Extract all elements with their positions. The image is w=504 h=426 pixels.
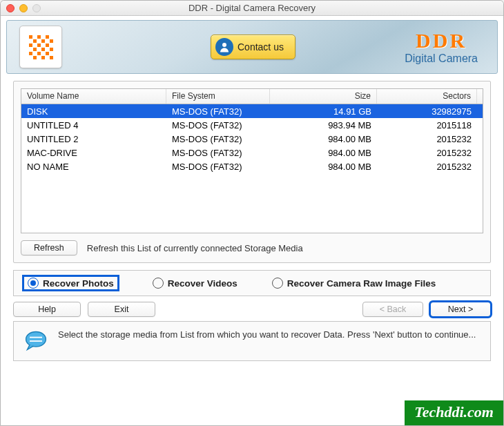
table-row[interactable]: NO NAMEMS-DOS (FAT32)984.00 MB2015232 xyxy=(21,159,483,173)
cell-sectors: 2015232 xyxy=(377,134,477,144)
table-row[interactable]: UNTITLED 2MS-DOS (FAT32)984.00 MB2015232 xyxy=(21,132,483,146)
nav-buttons: Help Exit < Back Next > xyxy=(13,302,491,317)
contact-us-label: Contact us xyxy=(238,41,284,52)
col-volume-name[interactable]: Volume Name xyxy=(21,89,166,104)
cell-fs: MS-DOS (FAT32) xyxy=(166,106,270,117)
zoom-icon xyxy=(32,4,41,12)
watermark: Techddi.com xyxy=(403,398,503,425)
cell-size: 984.00 MB xyxy=(270,162,377,172)
window-controls xyxy=(6,4,41,12)
col-file-system[interactable]: File System xyxy=(166,89,270,104)
cell-fs: MS-DOS (FAT32) xyxy=(166,148,270,158)
info-panel: Select the storage media from List from … xyxy=(13,321,491,361)
cell-sectors: 2015118 xyxy=(377,120,477,130)
cell-name: UNTITLED 4 xyxy=(21,120,166,130)
radio-recover-videos[interactable]: Recover Videos xyxy=(153,276,238,290)
radio-recover-photos[interactable]: Recover Photos xyxy=(23,276,118,290)
brand-block: DDR Digital Camera xyxy=(405,29,478,65)
radio-label: Recover Videos xyxy=(168,278,238,289)
cell-name: MAC-DRIVE xyxy=(21,148,166,158)
cell-size: 14.91 GB xyxy=(270,106,377,117)
table-header: Volume Name File System Size Sectors xyxy=(21,89,483,104)
cell-sectors: 2015232 xyxy=(377,148,477,158)
radio-label: Recover Photos xyxy=(43,278,114,289)
cell-sectors: 32982975 xyxy=(377,106,477,117)
chat-bubble-icon xyxy=(23,329,48,354)
cell-name: UNTITLED 2 xyxy=(21,134,166,144)
svg-point-0 xyxy=(222,43,226,47)
person-icon xyxy=(215,38,233,56)
window-title: DDR - Digital Camera Recovery xyxy=(1,3,503,13)
next-button[interactable]: Next > xyxy=(430,302,491,317)
cell-name: NO NAME xyxy=(21,162,166,172)
cell-size: 984.00 MB xyxy=(270,134,377,144)
exit-button[interactable]: Exit xyxy=(88,302,155,317)
cell-size: 983.94 MB xyxy=(270,120,377,130)
col-sectors[interactable]: Sectors xyxy=(377,89,477,104)
brand-title: DDR xyxy=(405,29,478,52)
volumes-panel: Volume Name File System Size Sectors DIS… xyxy=(13,81,491,263)
refresh-text: Refresh this List of currently connected… xyxy=(87,243,303,253)
cell-fs: MS-DOS (FAT32) xyxy=(166,134,270,144)
radio-label: Recover Camera Raw Image Files xyxy=(287,278,436,289)
volumes-table[interactable]: Volume Name File System Size Sectors DIS… xyxy=(21,88,483,233)
back-button: < Back xyxy=(362,302,423,317)
close-icon[interactable] xyxy=(6,4,14,12)
refresh-bar: Refresh Refresh this List of currently c… xyxy=(21,240,483,255)
table-row[interactable]: MAC-DRIVEMS-DOS (FAT32)984.00 MB2015232 xyxy=(21,146,483,159)
radio-icon xyxy=(28,278,39,289)
minimize-icon[interactable] xyxy=(19,4,28,12)
svg-point-1 xyxy=(26,332,46,347)
app-logo xyxy=(19,26,62,68)
radio-recover-raw[interactable]: Recover Camera Raw Image Files xyxy=(272,276,436,290)
help-button[interactable]: Help xyxy=(13,302,81,317)
col-size[interactable]: Size xyxy=(270,89,377,104)
table-row[interactable]: UNTITLED 4MS-DOS (FAT32)983.94 MB2015118 xyxy=(21,118,483,132)
recovery-options: Recover Photos Recover Videos Recover Ca… xyxy=(13,270,491,296)
titlebar: DDR - Digital Camera Recovery xyxy=(1,1,503,16)
cell-size: 984.00 MB xyxy=(270,148,377,158)
header-banner: Contact us DDR Digital Camera xyxy=(6,20,498,74)
brand-subtitle: Digital Camera xyxy=(405,52,478,65)
info-text: Select the storage media from List from … xyxy=(58,329,476,341)
cell-fs: MS-DOS (FAT32) xyxy=(166,120,270,130)
app-window: DDR - Digital Camera Recovery Contact us… xyxy=(0,0,504,426)
cell-name: DISK xyxy=(21,106,166,117)
cell-fs: MS-DOS (FAT32) xyxy=(166,162,270,172)
radio-icon xyxy=(272,278,283,289)
table-body: DISKMS-DOS (FAT32)14.91 GB32982975UNTITL… xyxy=(21,104,483,173)
contact-us-button[interactable]: Contact us xyxy=(211,35,295,59)
refresh-button[interactable]: Refresh xyxy=(21,240,77,255)
table-row[interactable]: DISKMS-DOS (FAT32)14.91 GB32982975 xyxy=(21,104,483,118)
cell-sectors: 2015232 xyxy=(377,162,477,172)
radio-icon xyxy=(153,278,164,289)
